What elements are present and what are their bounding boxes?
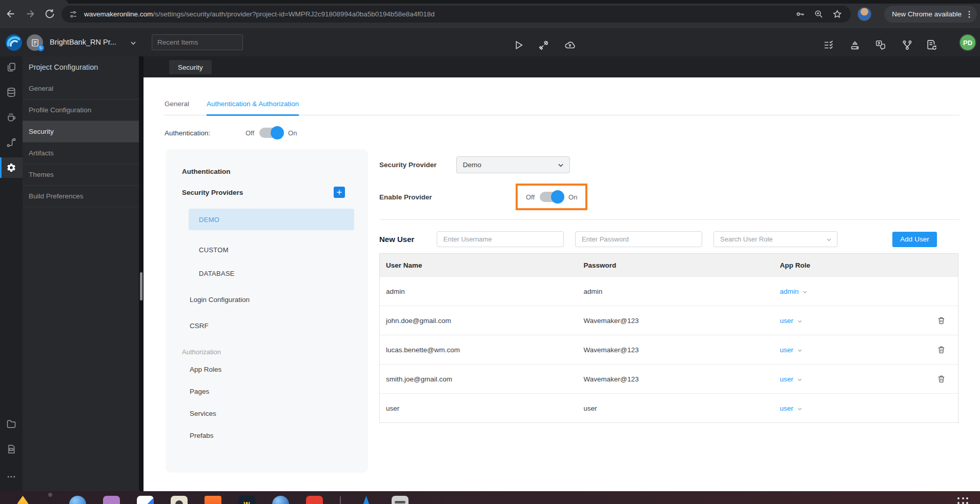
delete-user-icon[interactable] bbox=[937, 316, 946, 325]
password-input[interactable] bbox=[575, 231, 702, 247]
taskbar-app-thunderbird[interactable] bbox=[69, 496, 86, 504]
role-chevron-icon[interactable] bbox=[802, 289, 808, 294]
role-chevron-icon[interactable] bbox=[797, 347, 803, 353]
translate-icon[interactable] bbox=[875, 39, 886, 51]
table-row: john.doe@gmail.com Wavemaker@123 user bbox=[380, 306, 958, 335]
recent-items-input[interactable] bbox=[152, 34, 243, 50]
taskbar-app-camera[interactable] bbox=[171, 496, 188, 504]
user-role-select[interactable]: Search User Role bbox=[713, 231, 838, 247]
scrollbar-thumb[interactable] bbox=[140, 272, 142, 300]
login-configuration-link[interactable]: Login Configuration bbox=[190, 296, 368, 304]
taskbar-app-writer[interactable] bbox=[137, 496, 154, 504]
role-dropdown[interactable]: admin bbox=[780, 288, 799, 295]
taskbar-app-chrome-active[interactable] bbox=[48, 493, 52, 497]
table-row: lucas.benette@wm.com Wavemaker@123 user bbox=[380, 335, 958, 364]
auth-nav-panel: Authentication Security Providers DEMO C… bbox=[166, 149, 368, 473]
taskbar-app-sail[interactable] bbox=[358, 496, 375, 504]
provider-item-database[interactable]: DATABASE bbox=[199, 270, 368, 277]
file-explorer-icon[interactable] bbox=[6, 419, 16, 429]
show-applications-icon[interactable] bbox=[957, 497, 969, 504]
role-dropdown[interactable]: user bbox=[780, 346, 793, 354]
taskbar-app-red[interactable] bbox=[306, 496, 323, 504]
col-user-name: User Name bbox=[380, 261, 577, 269]
forward-icon[interactable] bbox=[25, 8, 36, 19]
project-avatar[interactable]: ↻ bbox=[27, 34, 43, 51]
taskbar-app-keyboard[interactable] bbox=[392, 496, 409, 504]
menu-item-build-preferences[interactable]: Build Preferences bbox=[23, 186, 139, 207]
project-chevron-down-icon[interactable] bbox=[130, 39, 137, 47]
pages-icon[interactable] bbox=[6, 62, 16, 72]
menu-item-themes[interactable]: Themes bbox=[23, 164, 139, 186]
menu-item-profile-configuration[interactable]: Profile Configuration bbox=[23, 99, 139, 121]
database-icon[interactable] bbox=[6, 87, 16, 97]
file-sync-icon[interactable] bbox=[926, 39, 937, 51]
checklist-icon[interactable] bbox=[823, 39, 834, 51]
cell-password: Wavemaker@123 bbox=[577, 317, 762, 325]
auth-on-label: On bbox=[288, 129, 297, 137]
taskbar-app-browser[interactable] bbox=[272, 496, 289, 504]
url-bar[interactable]: wavemakeronline.com/s/settings/security/… bbox=[62, 6, 851, 23]
pages-link[interactable]: Pages bbox=[190, 388, 368, 395]
reload-icon[interactable] bbox=[44, 8, 55, 19]
tab-authentication-authorization[interactable]: Authentication & Authorization bbox=[207, 100, 299, 116]
java-services-icon[interactable] bbox=[6, 112, 16, 123]
prefabs-link[interactable]: Prefabs bbox=[190, 432, 368, 439]
build-tools-icon[interactable] bbox=[538, 39, 549, 51]
run-play-icon[interactable] bbox=[513, 39, 524, 51]
section-authorization: Authorization bbox=[182, 348, 368, 356]
csrf-link[interactable]: CSRF bbox=[190, 322, 368, 330]
taskbar-app-wps[interactable]: W bbox=[238, 496, 255, 504]
taskbar-app-files[interactable] bbox=[103, 496, 120, 504]
provider-item-demo[interactable]: DEMO bbox=[189, 209, 354, 230]
menu-item-security[interactable]: Security bbox=[23, 121, 139, 143]
delete-user-icon[interactable] bbox=[937, 345, 946, 354]
password-key-icon[interactable] bbox=[795, 9, 805, 19]
delete-user-icon[interactable] bbox=[937, 374, 946, 384]
logs-icon[interactable]: LOG bbox=[6, 444, 16, 454]
zoom-icon[interactable] bbox=[814, 9, 824, 19]
app-roles-link[interactable]: App Roles bbox=[190, 366, 368, 373]
taskbar-app-software[interactable] bbox=[205, 496, 221, 504]
tab-general[interactable]: General bbox=[165, 100, 189, 115]
cell-username: john.doe@gmail.com bbox=[380, 317, 577, 325]
bookmark-star-icon[interactable] bbox=[832, 9, 842, 19]
role-dropdown[interactable]: user bbox=[780, 317, 793, 325]
site-settings-icon[interactable] bbox=[69, 10, 78, 19]
username-input[interactable] bbox=[437, 231, 564, 247]
cloud-deploy-icon[interactable] bbox=[564, 39, 576, 51]
authentication-toggle-row: Authentication: Off On bbox=[165, 128, 980, 138]
more-options-icon[interactable] bbox=[6, 472, 16, 482]
menu-item-general[interactable]: General bbox=[23, 78, 139, 99]
new-user-label: New User bbox=[379, 235, 437, 244]
user-avatar[interactable]: PD bbox=[959, 34, 976, 51]
browser-menu-icon[interactable] bbox=[965, 10, 974, 19]
cell-password: admin bbox=[577, 288, 762, 295]
enable-provider-toggle[interactable] bbox=[540, 192, 563, 202]
settings-gear-icon[interactable] bbox=[6, 163, 16, 173]
publish-icon[interactable] bbox=[849, 39, 861, 51]
taskbar-app-flame[interactable] bbox=[14, 496, 31, 504]
add-user-button[interactable]: Add User bbox=[892, 232, 937, 247]
services-link[interactable]: Services bbox=[190, 410, 368, 417]
provider-item-custom[interactable]: CUSTOM bbox=[199, 246, 368, 254]
back-icon[interactable] bbox=[5, 8, 16, 19]
security-page-chip[interactable]: Security bbox=[169, 60, 212, 74]
project-name[interactable]: BrightBank_RN Pr... bbox=[50, 38, 116, 46]
menu-item-artifacts[interactable]: Artifacts bbox=[23, 143, 139, 164]
role-dropdown[interactable]: user bbox=[780, 405, 793, 412]
wavemaker-logo-icon[interactable] bbox=[5, 34, 23, 51]
git-branch-icon[interactable] bbox=[902, 39, 913, 51]
table-row: smith.joe@gmail.com Wavemaker@123 user bbox=[380, 364, 958, 393]
browser-profile-avatar[interactable] bbox=[858, 7, 871, 21]
authentication-toggle[interactable] bbox=[259, 128, 283, 138]
apis-icon[interactable] bbox=[6, 137, 16, 148]
add-provider-button[interactable] bbox=[334, 187, 345, 198]
role-chevron-icon[interactable] bbox=[797, 376, 803, 382]
security-provider-select[interactable]: Demo bbox=[456, 156, 570, 173]
role-chevron-icon[interactable] bbox=[797, 318, 803, 324]
role-select-chevron-icon bbox=[826, 236, 832, 242]
role-chevron-icon[interactable] bbox=[797, 406, 803, 411]
table-row: admin admin admin bbox=[380, 276, 958, 306]
chrome-update-chip[interactable]: New Chrome available bbox=[884, 6, 977, 23]
role-dropdown[interactable]: user bbox=[780, 375, 793, 383]
